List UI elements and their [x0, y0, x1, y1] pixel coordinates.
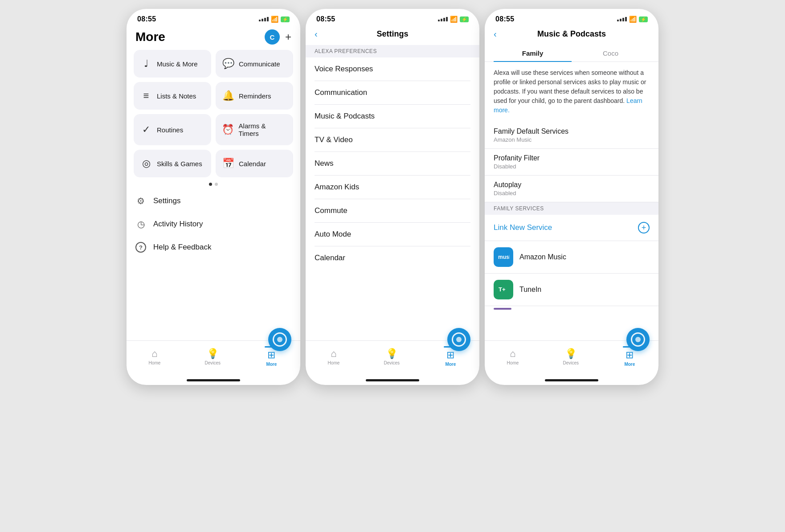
grid-item-alarms[interactable]: ⏰ Alarms & Timers [216, 114, 293, 145]
more-icon-2: ⊞ [446, 349, 454, 361]
routines-icon: ✓ [140, 124, 152, 135]
grid-label-calendar: Calendar [239, 160, 266, 168]
grid-item-skills[interactable]: ◎ Skills & Games [134, 150, 211, 177]
page-indicator [127, 177, 300, 189]
nav-home-1[interactable]: ⌂ Home [142, 346, 168, 367]
dot-2 [215, 183, 218, 186]
devices-icon-3: 💡 [565, 348, 577, 360]
wifi-icon: 📶 [271, 16, 278, 23]
back-button-music[interactable]: ‹ [494, 29, 497, 39]
communicate-icon: 💬 [222, 58, 234, 70]
svg-text:music: music [498, 254, 510, 260]
alexa-fab-3[interactable] [626, 328, 650, 351]
status-icons-3: 📶 ⚡ [617, 16, 648, 23]
grid-label-communicate: Communicate [239, 60, 280, 68]
status-bar-2: 08:55 📶 ⚡ [306, 9, 479, 26]
menu-activity[interactable]: ◷ Activity History [135, 213, 291, 236]
alexa-ring-2 [452, 332, 466, 347]
settings-news[interactable]: News [315, 152, 470, 176]
grid-item-routines[interactable]: ✓ Routines [134, 114, 211, 145]
tunein-item[interactable]: T+ TuneIn [485, 274, 658, 306]
circle-plus-icon: + [638, 222, 650, 233]
avatar-button[interactable]: C [265, 29, 280, 45]
grid-label-reminders: Reminders [239, 92, 271, 100]
settings-voice-responses[interactable]: Voice Responses [315, 57, 470, 81]
settings-tv-video[interactable]: TV & Video [315, 128, 470, 152]
home-label-3: Home [507, 360, 519, 365]
family-default-label: Family Default Services [494, 127, 650, 135]
wifi-icon-3: 📶 [629, 16, 637, 23]
music-icon: ♩ [140, 58, 152, 70]
nav-devices-2[interactable]: 💡 Devices [377, 346, 407, 367]
activity-label: Activity History [153, 220, 203, 229]
link-new-service-row[interactable]: Link New Service + [485, 215, 658, 241]
time-1: 08:55 [137, 15, 156, 23]
grid-item-calendar[interactable]: 📅 Calendar [216, 150, 293, 177]
add-button[interactable]: + [285, 31, 291, 43]
profanity-filter-label: Profanity Filter [494, 154, 650, 162]
settings-auto-mode[interactable]: Auto Mode [315, 223, 470, 246]
skills-icon: ◎ [140, 158, 152, 169]
menu-help[interactable]: ? Help & Feedback [135, 236, 291, 259]
grid-label-routines: Routines [157, 126, 183, 134]
nav-devices-1[interactable]: 💡 Devices [198, 346, 228, 367]
profanity-filter-value: Disabled [494, 163, 650, 170]
tab-coco[interactable]: Coco [572, 45, 650, 61]
grid-item-communicate[interactable]: 💬 Communicate [216, 50, 293, 78]
menu-list: ⚙ Settings ◷ Activity History ? Help & F… [127, 189, 300, 259]
time-3: 08:55 [495, 15, 514, 23]
alexa-inner-3 [635, 337, 641, 342]
settings-amazon-kids[interactable]: Amazon Kids [315, 176, 470, 199]
svg-text:T+: T+ [499, 286, 506, 293]
more-label-3: More [624, 362, 635, 367]
home-indicator-2 [366, 379, 419, 381]
devices-icon-2: 💡 [386, 348, 398, 360]
time-2: 08:55 [316, 15, 335, 23]
home-label-2: Home [328, 360, 340, 365]
battery-icon-2: ⚡ [460, 16, 469, 22]
menu-settings[interactable]: ⚙ Settings [135, 189, 291, 213]
family-default-services-row[interactable]: Family Default Services Amazon Music [485, 122, 658, 149]
tab-family[interactable]: Family [494, 45, 572, 61]
battery-icon-3: ⚡ [639, 16, 648, 22]
calendar-icon: 📅 [222, 158, 234, 169]
alexa-prefs-header: Alexa Preferences [306, 45, 479, 57]
lists-icon: ≡ [140, 90, 152, 102]
profanity-filter-row[interactable]: Profanity Filter Disabled [485, 149, 658, 176]
signal-icon [259, 17, 269, 21]
devices-label-3: Devices [563, 360, 579, 365]
nav-home-3[interactable]: ⌂ Home [500, 346, 526, 367]
settings-commute[interactable]: Commute [315, 199, 470, 223]
home-label: Home [149, 360, 161, 365]
activity-icon: ◷ [135, 219, 146, 229]
nav-devices-3[interactable]: 💡 Devices [556, 346, 586, 367]
grid-label-skills: Skills & Games [157, 160, 202, 168]
music-title: Music & Podcasts [537, 29, 606, 39]
settings-calendar[interactable]: Calendar [315, 246, 470, 270]
status-icons-2: 📶 ⚡ [438, 16, 469, 23]
alarms-icon: ⏰ [222, 124, 234, 135]
autoplay-value: Disabled [494, 190, 650, 196]
amazon-music-item[interactable]: music Amazon Music [485, 241, 658, 274]
alexa-fab-2[interactable] [447, 328, 470, 351]
autoplay-row[interactable]: Autoplay Disabled [485, 176, 658, 202]
home-icon: ⌂ [151, 348, 157, 360]
more-icon: ⊞ [267, 349, 275, 361]
nav-home-2[interactable]: ⌂ Home [321, 346, 347, 367]
alexa-inner [277, 337, 282, 342]
settings-music-podcasts[interactable]: Music & Podcasts [315, 105, 470, 128]
alexa-inner-2 [456, 337, 462, 342]
more-title: More [135, 30, 165, 44]
screen1-more: 08:55 📶 ⚡ More C + ♩ Music & More 💬 Comm… [127, 9, 300, 385]
help-icon: ? [135, 242, 146, 253]
grid-item-music-more[interactable]: ♩ Music & More [134, 50, 211, 78]
grid-item-reminders[interactable]: 🔔 Reminders [216, 82, 293, 110]
alexa-fab[interactable] [268, 328, 291, 351]
back-button-settings[interactable]: ‹ [315, 29, 318, 39]
help-label: Help & Feedback [153, 243, 211, 252]
devices-label: Devices [205, 360, 221, 365]
settings-communication[interactable]: Communication [315, 81, 470, 105]
settings-list: Voice Responses Communication Music & Po… [306, 57, 479, 270]
signal-icon-2 [438, 17, 448, 21]
grid-item-lists-notes[interactable]: ≡ Lists & Notes [134, 82, 211, 110]
